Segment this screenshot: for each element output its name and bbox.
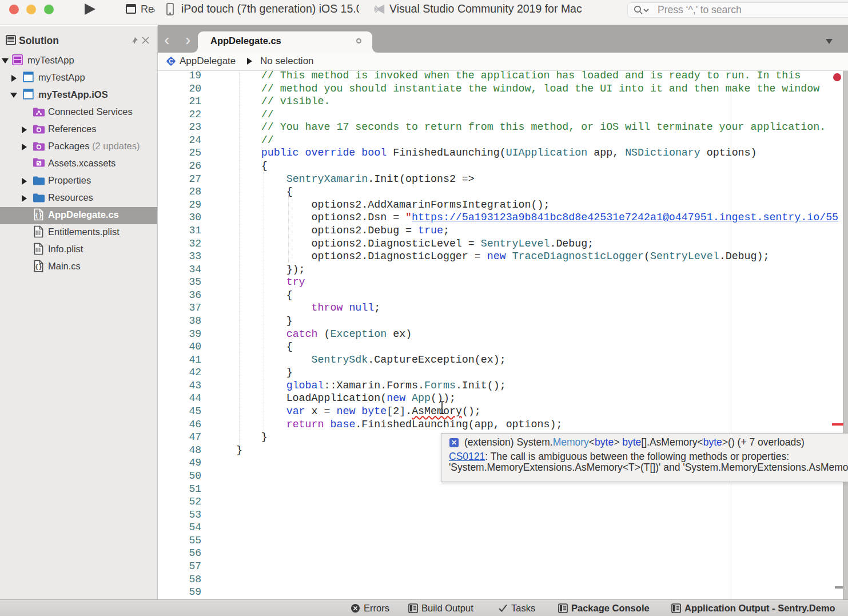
- svg-text:C: C: [169, 58, 173, 65]
- svg-text:{ }: { }: [35, 263, 42, 270]
- svg-text:{ }: { }: [35, 212, 42, 218]
